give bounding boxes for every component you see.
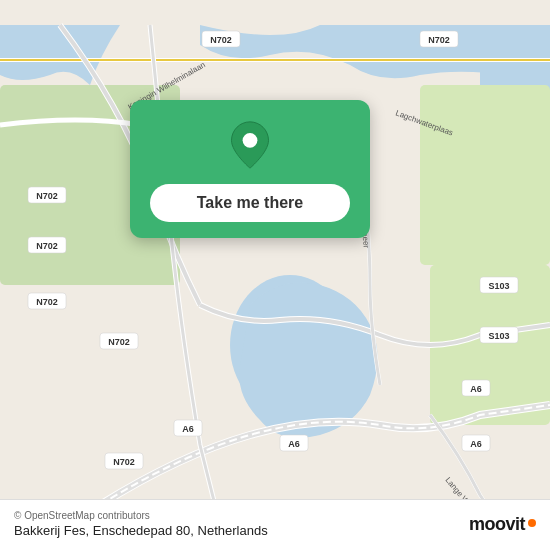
svg-text:S103: S103 bbox=[488, 281, 509, 291]
moovit-logo-text: moovit bbox=[469, 514, 525, 535]
svg-text:S103: S103 bbox=[488, 331, 509, 341]
svg-text:A6: A6 bbox=[470, 384, 482, 394]
svg-text:N702: N702 bbox=[108, 337, 130, 347]
map-svg: N702 N702 N702 N702 N702 N702 S103 S103 … bbox=[0, 0, 550, 550]
info-bar: © OpenStreetMap contributors Bakkerij Fe… bbox=[0, 499, 550, 550]
svg-text:A6: A6 bbox=[470, 439, 482, 449]
svg-text:A6: A6 bbox=[288, 439, 300, 449]
action-card: Take me there bbox=[130, 100, 370, 238]
svg-point-37 bbox=[243, 133, 258, 148]
svg-text:N702: N702 bbox=[113, 457, 135, 467]
svg-text:N702: N702 bbox=[210, 35, 232, 45]
svg-text:N702: N702 bbox=[36, 297, 58, 307]
moovit-logo: moovit bbox=[469, 514, 536, 535]
svg-rect-3 bbox=[420, 85, 550, 265]
svg-text:N702: N702 bbox=[428, 35, 450, 45]
take-me-there-button[interactable]: Take me there bbox=[150, 184, 350, 222]
info-bar-left: © OpenStreetMap contributors Bakkerij Fe… bbox=[14, 510, 268, 538]
svg-text:A6: A6 bbox=[182, 424, 194, 434]
svg-text:N702: N702 bbox=[36, 191, 58, 201]
location-name: Bakkerij Fes, Enschedepad 80, Netherland… bbox=[14, 523, 268, 538]
location-pin-icon bbox=[228, 120, 272, 170]
svg-text:N702: N702 bbox=[36, 241, 58, 251]
moovit-dot-icon bbox=[528, 519, 536, 527]
map-container: N702 N702 N702 N702 N702 N702 S103 S103 … bbox=[0, 0, 550, 550]
copyright-text: © OpenStreetMap contributors bbox=[14, 510, 268, 521]
